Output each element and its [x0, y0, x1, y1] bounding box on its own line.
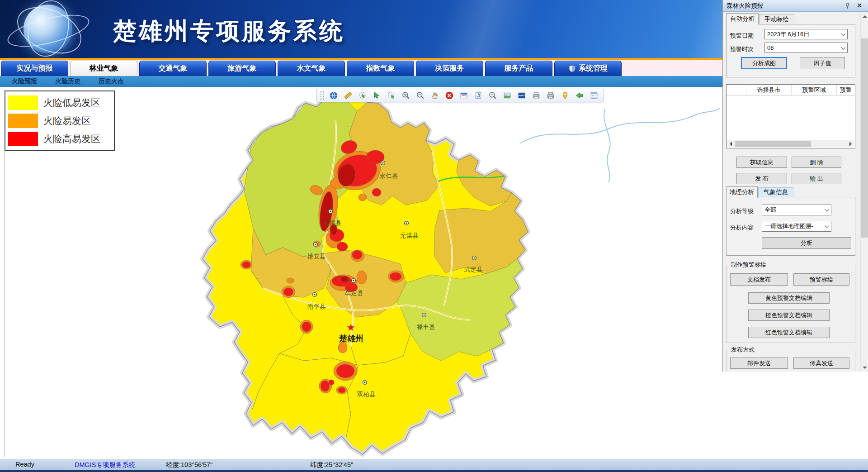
county-label: 大姚县: [323, 219, 342, 226]
pin-icon[interactable]: [844, 2, 851, 10]
pin-marker-icon[interactable]: [561, 91, 570, 100]
tab-manual-plot[interactable]: 手动标绘: [759, 14, 794, 24]
full-extent-icon[interactable]: [459, 91, 468, 100]
measure-icon-glyph: [344, 91, 352, 100]
analysis-content-select[interactable]: 一请选择地理图层-: [762, 221, 831, 232]
scroll-right-arrow[interactable]: [847, 140, 854, 148]
warning-table[interactable]: 选择县市 预警区域 预警: [726, 84, 855, 148]
county-label: 武定县: [464, 266, 483, 273]
tab-auto-analysis[interactable]: 自动分析: [726, 13, 759, 24]
pointer-icon[interactable]: [373, 91, 382, 100]
tab-traffic-weather[interactable]: 交通气象: [139, 61, 207, 76]
legend-label: 火险易发区: [43, 114, 91, 127]
county-marker-icon: [422, 313, 426, 317]
status-longitude: 经度:103°56'57": [166, 461, 212, 469]
clear-icon[interactable]: [445, 91, 454, 100]
print-preview-icon[interactable]: [546, 91, 555, 100]
tab-forestry-weather[interactable]: 林业气象: [70, 61, 137, 76]
refresh-icon[interactable]: [474, 91, 483, 100]
tab-hydrology-weather[interactable]: 水文气象: [278, 61, 345, 76]
hscroll-thumb[interactable]: [735, 141, 811, 147]
fire-risk-map[interactable]: 永仁县元谋县大姚县姚安县武定县牟定县南华县禄丰县双柏县 ★ 楚雄州: [190, 93, 721, 458]
tab-label: 地理分析: [730, 188, 754, 196]
globe-icon[interactable]: [329, 91, 338, 100]
county-marker-icon: [405, 221, 409, 225]
select-by-graphic-icon-glyph: [359, 91, 367, 100]
column-header: [726, 85, 746, 95]
tab-label: 交通气象: [159, 64, 188, 73]
tab-live-forecast[interactable]: 实况与预报: [1, 61, 68, 76]
legend-label: 火险低易发区: [43, 96, 100, 109]
scroll-up-arrow[interactable]: [861, 12, 868, 20]
select-by-circle-icon[interactable]: [387, 91, 396, 100]
subtab-fire-forecast[interactable]: 火险预报: [12, 77, 37, 86]
tab-weather-info[interactable]: 气象信息: [758, 187, 793, 197]
zoom-out-icon-glyph: [416, 91, 425, 100]
delete-button[interactable]: 删 除: [792, 157, 841, 168]
globe-icon-glyph: [330, 91, 338, 100]
layout-icon[interactable]: [590, 91, 599, 100]
select-by-graphic-icon[interactable]: [358, 91, 367, 100]
shield-icon: [568, 65, 576, 72]
warning-date-value: 2023年 6月16日: [767, 30, 809, 38]
red-warning-doc-button[interactable]: 红色预警文档编辑: [748, 327, 830, 338]
legend-item: 火险低易发区: [7, 94, 114, 112]
yellow-warning-doc-button[interactable]: 黄色预警文档编辑: [748, 292, 830, 304]
print-icon[interactable]: [532, 91, 541, 100]
pointer-icon-glyph: [373, 91, 381, 100]
subtab-history-firepoints[interactable]: 历史火点: [99, 77, 124, 86]
measure-icon[interactable]: [344, 91, 353, 100]
tab-decision-service[interactable]: 决策服务: [416, 61, 483, 76]
warning-date-select[interactable]: 2023年 6月16日: [764, 29, 848, 39]
plot-group-title: 制作预警标绘: [729, 261, 768, 269]
tab-service-products[interactable]: 服务产品: [485, 61, 552, 76]
export-button[interactable]: 输 出: [792, 173, 841, 184]
pan-icon[interactable]: [430, 91, 439, 100]
subtab-fire-history[interactable]: 火险历史: [55, 77, 80, 86]
toolbar-grip-handle[interactable]: [321, 91, 324, 100]
tab-label: 林业气象: [90, 64, 118, 73]
county-marker-icon: [352, 279, 356, 283]
status-system-link[interactable]: DMGIS专项服务系统: [75, 461, 136, 469]
analyze-button[interactable]: 分析: [762, 237, 851, 249]
back-icon[interactable]: [575, 91, 584, 100]
publish-button[interactable]: 发 布: [736, 173, 787, 184]
back-icon-glyph: [576, 91, 584, 100]
table-hscrollbar[interactable]: [727, 140, 854, 148]
tab-label: 决策服务: [435, 64, 464, 73]
tab-index-weather[interactable]: 指数气象: [347, 61, 414, 76]
export-image-icon[interactable]: [503, 91, 512, 100]
tab-system-management[interactable]: 系统管理: [554, 61, 622, 76]
county-label: 牟定县: [345, 290, 363, 296]
doc-publish-button[interactable]: 文档发布: [730, 273, 788, 286]
analysis-level-select[interactable]: 全部: [762, 205, 831, 215]
warning-time-label: 预警时次: [730, 45, 754, 53]
close-icon[interactable]: ✕: [856, 2, 863, 9]
identify-icon[interactable]: [488, 91, 497, 100]
tab-geo-analysis[interactable]: 地理分析: [726, 186, 758, 198]
map-image-icon[interactable]: [517, 91, 526, 100]
get-info-button[interactable]: 获取信息: [736, 157, 787, 168]
analyze-map-button[interactable]: 分析成图: [741, 57, 787, 69]
print-icon-glyph: [532, 91, 540, 100]
warning-time-select[interactable]: 08: [764, 43, 848, 53]
zoom-out-icon[interactable]: [416, 91, 425, 100]
fax-send-button[interactable]: 传真发送: [793, 358, 849, 369]
panel-vscrollbar[interactable]: [860, 12, 868, 372]
analysis-content-label: 分析内容: [730, 224, 754, 232]
scroll-left-arrow[interactable]: [727, 140, 734, 148]
pin-marker-icon-glyph: [561, 91, 569, 100]
globe-logo: [14, 1, 81, 57]
orange-warning-doc-button[interactable]: 橙色预警文档编辑: [748, 310, 830, 321]
county-label: 双柏县: [357, 391, 376, 398]
tab-tourism-weather[interactable]: 旅游气象: [208, 61, 276, 76]
scroll-down-arrow[interactable]: [861, 364, 868, 372]
analysis-level-label: 分析等级: [730, 207, 754, 215]
factor-value-button[interactable]: 因子值: [800, 57, 845, 69]
zoom-in-icon[interactable]: [401, 91, 410, 100]
vscroll-thumb[interactable]: [861, 38, 868, 238]
county-marker-icon: [472, 256, 476, 260]
email-send-button[interactable]: 邮件发送: [730, 358, 788, 369]
warning-plot-button[interactable]: 预警标绘: [793, 273, 849, 286]
tab-label: 系统管理: [579, 64, 608, 73]
